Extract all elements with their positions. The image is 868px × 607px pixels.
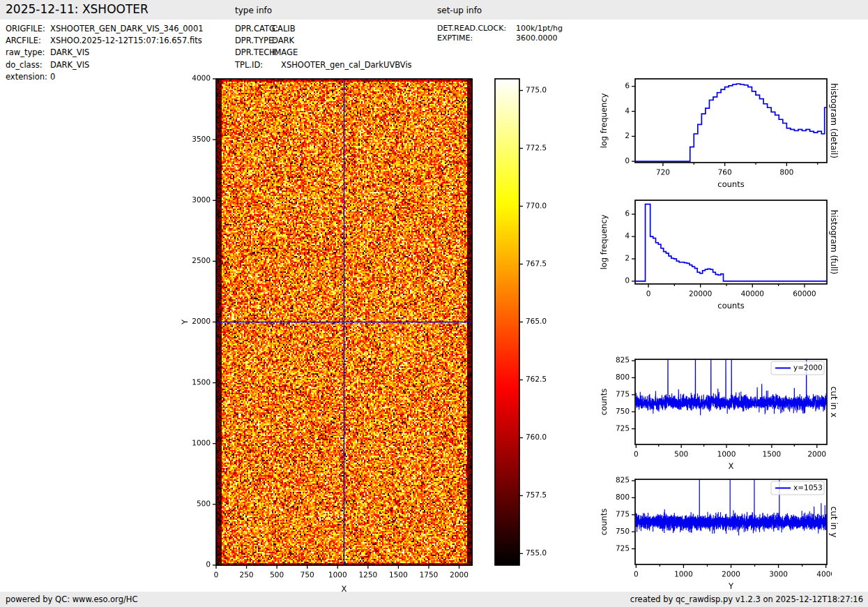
field-label: ORIGFILE: xyxy=(6,23,50,35)
setup-info-block: DET.READ.CLOCK:100k/1pt/hg EXPTIME:3600.… xyxy=(437,24,563,43)
field-value: CALIB xyxy=(272,23,296,35)
field-label: EXPTIME: xyxy=(437,33,516,43)
field-value: XSHOO.2025-12-12T15:07:16.657.fits xyxy=(50,35,202,47)
cut-in-y-side-label: cut in y xyxy=(829,507,839,538)
histogram-detail-side-label: histogram (detail) xyxy=(829,83,839,158)
file-info-row: ORIGFILE:XSHOOTER_GEN_DARK_VIS_346_0001 xyxy=(6,23,204,35)
cut-in-y-plot xyxy=(596,472,832,592)
field-label: DET.READ.CLOCK: xyxy=(437,24,516,33)
type-info-row: DPR.CATG:CALIB xyxy=(235,23,412,35)
field-value: DARK_VIS xyxy=(50,59,89,71)
file-info-row: raw_type:DARK_VIS xyxy=(6,47,204,59)
field-label: raw_type: xyxy=(6,47,50,59)
field-label: DPR.TECH: xyxy=(235,47,272,59)
type-info-block: DPR.CATG:CALIB DPR.TYPE:DARK DPR.TECH:IM… xyxy=(235,23,412,71)
field-value: 3600.0000 xyxy=(516,33,558,43)
type-info-heading: type info xyxy=(235,6,272,15)
type-info-row: DPR.TECH:IMAGE xyxy=(235,47,412,59)
footer-created-by: created by qc_rawdisp.py v1.2.3 on 2025-… xyxy=(630,594,863,604)
file-info-row: ARCFILE:XSHOO.2025-12-12T15:07:16.657.fi… xyxy=(6,35,204,47)
setup-info-row: DET.READ.CLOCK:100k/1pt/hg xyxy=(437,24,563,33)
raw-image-plot xyxy=(174,70,487,593)
field-value: DARK_VIS xyxy=(50,47,89,59)
field-label: extension: xyxy=(6,71,50,83)
footer-bar: powered by QC: www.eso.org/HC created by… xyxy=(0,592,868,607)
field-value: IMAGE xyxy=(272,47,298,59)
field-label: do_class: xyxy=(6,59,50,71)
colorbar xyxy=(488,70,566,569)
cut-in-x-side-label: cut in x xyxy=(829,387,839,418)
footer-powered-by: powered by QC: www.eso.org/HC xyxy=(6,594,137,604)
page-title: 2025-12-11: XSHOOTER xyxy=(6,2,149,16)
setup-info-row: EXPTIME:3600.0000 xyxy=(437,33,563,43)
header-bar: 2025-12-11: XSHOOTER type info set-up in… xyxy=(0,0,868,20)
field-label: ARCFILE: xyxy=(6,35,50,47)
field-value: DARK xyxy=(272,35,294,47)
type-info-row: DPR.TYPE:DARK xyxy=(235,35,412,47)
field-label: DPR.TYPE: xyxy=(235,35,272,47)
field-label: DPR.CATG: xyxy=(235,23,272,35)
field-value: XSHOOTER_GEN_DARK_VIS_346_0001 xyxy=(50,23,204,35)
cut-in-x-plot xyxy=(596,352,832,474)
field-value: 100k/1pt/hg xyxy=(516,24,563,33)
histogram-full-plot xyxy=(596,191,832,311)
setup-info-heading: set-up info xyxy=(437,6,482,15)
histogram-full-side-label: histogram (full) xyxy=(829,210,839,275)
field-value: 0 xyxy=(50,71,55,83)
histogram-detail-plot xyxy=(596,70,832,190)
qc-report-page: { "header": { "title": "2025-12-11: XSHO… xyxy=(0,0,868,607)
